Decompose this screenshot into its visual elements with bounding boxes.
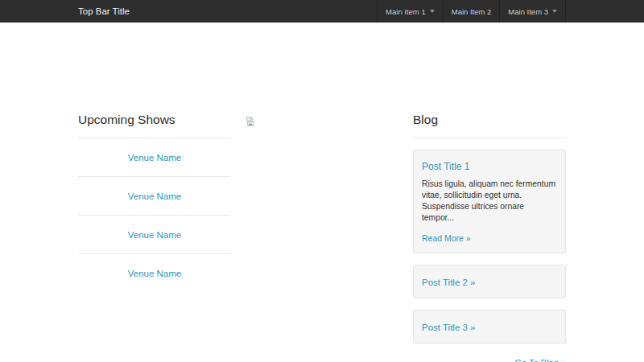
venue-link[interactable]: Venue Name <box>128 269 182 278</box>
topbar-title[interactable]: Top Bar Title <box>78 0 130 23</box>
post-title-link[interactable]: Post Title 2 » <box>422 278 475 287</box>
nav-item-main-1[interactable]: Main Item 1 <box>377 0 443 23</box>
venue-link[interactable]: Venue Name <box>128 230 182 240</box>
venue-link[interactable]: Venue Name <box>128 153 182 162</box>
chevron-down-icon <box>430 10 435 13</box>
main-nav: Main Item 1 Main Item 2 Main Item 3 <box>377 0 566 23</box>
upcoming-shows-heading: Upcoming Shows <box>78 113 231 126</box>
venue-list: Venue Name Venue Name Venue Name Venue N… <box>78 138 231 293</box>
post-title-link[interactable]: Post Title 3 » <box>422 323 475 332</box>
go-to-blog-row: Go To Blog » <box>413 355 566 362</box>
list-item: Venue Name <box>78 254 231 293</box>
nav-item-label: Main Item 1 <box>386 7 426 16</box>
blog-heading: Blog <box>413 113 566 126</box>
post-excerpt: Risus ligula, aliquam nec fermentum vita… <box>422 179 557 224</box>
upcoming-shows-section: Upcoming Shows Venue Name Venue Name Ven… <box>78 113 231 362</box>
blog-post-card: Post Title 3 » <box>413 310 566 343</box>
heading-divider <box>413 138 566 138</box>
broken-image-icon <box>246 117 254 126</box>
middle-image-column <box>246 113 398 362</box>
venue-link[interactable]: Venue Name <box>128 191 182 201</box>
nav-item-main-3[interactable]: Main Item 3 <box>499 0 566 23</box>
list-item: Venue Name <box>78 216 231 254</box>
nav-item-label: Main Item 3 <box>508 7 548 16</box>
list-item: Venue Name <box>78 177 231 216</box>
chevron-down-icon <box>552 10 557 13</box>
post-title-link[interactable]: Post Title 1 <box>422 161 469 172</box>
go-to-blog-link[interactable]: Go To Blog » <box>515 358 566 362</box>
nav-item-main-2[interactable]: Main Item 2 <box>443 0 500 23</box>
list-item: Venue Name <box>78 138 231 177</box>
blog-post-card: Post Title 2 » <box>413 265 566 298</box>
main-content: Upcoming Shows Venue Name Venue Name Ven… <box>78 113 566 362</box>
nav-item-label: Main Item 2 <box>452 7 492 16</box>
blog-section: Blog Post Title 1 Risus ligula, aliquam … <box>413 113 566 362</box>
read-more-link[interactable]: Read More » <box>422 233 471 243</box>
top-navbar: Top Bar Title Main Item 1 Main Item 2 Ma… <box>0 0 644 23</box>
blog-post-card: Post Title 1 Risus ligula, aliquam nec f… <box>413 150 566 253</box>
